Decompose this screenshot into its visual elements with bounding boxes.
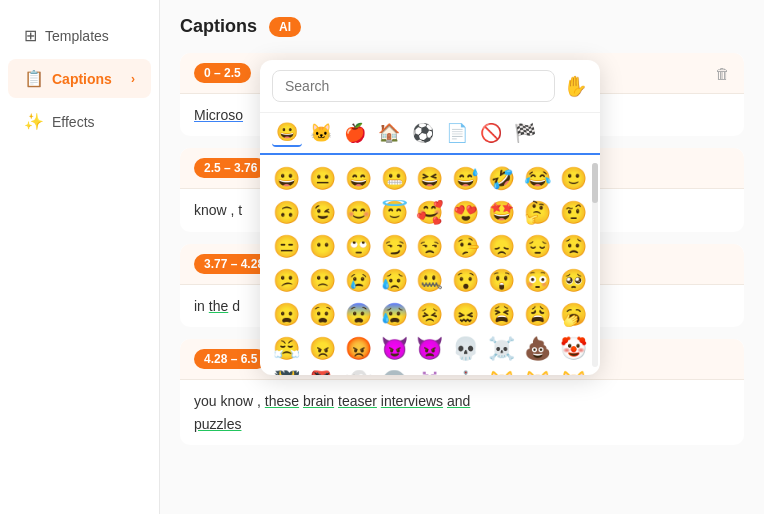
emoji-item[interactable]: 😞 [485,231,519,263]
emoji-item[interactable]: 😸 [520,367,554,375]
emoji-item[interactable]: 😔 [520,231,554,263]
emoji-item[interactable]: 🤖 [449,367,483,375]
emoji-item[interactable]: 🤔 [520,197,554,229]
captions-icon: 📋 [24,69,44,88]
emoji-cat-animals[interactable]: 🐱 [306,120,336,146]
emoji-item[interactable]: 😦 [270,299,304,331]
emoji-item[interactable]: 😅 [449,163,483,195]
caption-word-the: the [209,298,228,314]
emoji-item[interactable]: 🥱 [556,299,590,331]
sidebar-item-label: Templates [45,28,109,44]
emoji-item[interactable]: 🤐 [413,265,447,297]
emoji-item[interactable]: 😳 [520,265,554,297]
emoji-item[interactable]: 😯 [449,265,483,297]
emoji-item[interactable]: 😹 [556,367,590,375]
emoji-item[interactable]: 😧 [306,299,340,331]
caption-word: know , t [194,202,242,218]
emoji-item[interactable]: 😑 [270,231,304,263]
emoji-item[interactable]: 🤨 [556,197,590,229]
emoji-item[interactable]: 😢 [342,265,376,297]
emoji-item[interactable]: 🙃 [270,197,304,229]
hand-stop-icon[interactable]: ✋ [563,74,588,98]
emoji-item[interactable]: 🤩 [485,197,519,229]
delete-icon-1[interactable]: 🗑 [715,65,730,82]
emoji-item[interactable]: 😬 [377,163,411,195]
emoji-item[interactable]: 😤 [270,333,304,365]
emoji-item[interactable]: 😠 [306,333,340,365]
emoji-cat-symbols[interactable]: 🚫 [476,120,506,146]
sidebar-item-effects[interactable]: ✨ Effects [8,102,151,141]
emoji-item[interactable]: 😫 [485,299,519,331]
emoji-cat-food[interactable]: 🍎 [340,120,370,146]
emoji-item[interactable]: 😀 [270,163,304,195]
time-badge-1: 0 – 2.5 [194,63,251,83]
sidebar-item-label: Captions [52,71,112,87]
emoji-item[interactable]: 💀 [449,333,483,365]
sidebar-item-label: Effects [52,114,95,130]
emoji-item[interactable]: 😂 [520,163,554,195]
emoji-item[interactable]: 😥 [377,265,411,297]
emoji-item[interactable]: 😣 [413,299,447,331]
emoji-item[interactable]: 😶 [306,231,340,263]
emoji-item[interactable]: 🤡 [556,333,590,365]
templates-icon: ⊞ [24,26,37,45]
emoji-item[interactable]: 👽 [377,367,411,375]
emoji-item[interactable]: 😲 [485,265,519,297]
chevron-right-icon: › [131,72,135,86]
emoji-grid-wrapper: 😀😐😄😬😆😅🤣😂🙂🙃😉😊😇🥰😍🤩🤔🤨😑😶🙄😏😒🤥😞😔😟😕🙁😢😥🤐😯😲😳🥺😦😧😨😰… [260,155,600,375]
caption-word: d [228,298,240,314]
page-header: Captions AI [160,0,764,45]
emoji-item[interactable]: 👿 [413,333,447,365]
scrollbar-track[interactable] [592,163,598,367]
emoji-item[interactable]: 😺 [485,367,519,375]
emoji-item[interactable]: 👻 [342,367,376,375]
emoji-item[interactable]: 😄 [342,163,376,195]
emoji-item[interactable]: 😨 [342,299,376,331]
emoji-item[interactable]: 🙄 [342,231,376,263]
emoji-item[interactable]: 😈 [377,333,411,365]
emoji-cat-faces[interactable]: 😀 [272,119,302,147]
emoji-item[interactable]: 😍 [449,197,483,229]
emoji-item[interactable]: 😆 [413,163,447,195]
emoji-cat-places[interactable]: 🏠 [374,120,404,146]
emoji-item[interactable]: 🤥 [449,231,483,263]
emoji-item[interactable]: 😏 [377,231,411,263]
time-badge-2: 2.5 – 3.76 [194,158,267,178]
emoji-item[interactable]: 😡 [342,333,376,365]
emoji-item[interactable]: 🥰 [413,197,447,229]
caption-word-interviews: interviews [381,393,443,409]
emoji-item[interactable]: 🥺 [556,265,590,297]
caption-word-puzzles: puzzles [194,416,241,432]
emoji-item[interactable]: 🙂 [556,163,590,195]
emoji-item[interactable]: 🤣 [485,163,519,195]
sidebar-item-captions[interactable]: 📋 Captions › [8,59,151,98]
emoji-cat-flags[interactable]: 🏁 [510,120,540,146]
sidebar-item-templates[interactable]: ⊞ Templates [8,16,151,55]
caption-word-and: and [447,393,470,409]
emoji-search-input[interactable] [272,70,555,102]
emoji-picker: ✋ 😀 🐱 🍎 🏠 ⚽ 📄 🚫 🏁 😀😐😄😬😆😅🤣😂🙂🙃😉😊😇🥰😍🤩🤔🤨😑😶🙄😏… [260,60,600,375]
emoji-item[interactable]: 🙁 [306,265,340,297]
emoji-item[interactable]: 👾 [413,367,447,375]
emoji-item[interactable]: ☠️ [485,333,519,365]
caption-word: Microso [194,107,243,123]
emoji-item[interactable]: 😕 [270,265,304,297]
emoji-item[interactable]: 😰 [377,299,411,331]
emoji-cat-objects[interactable]: 📄 [442,120,472,146]
emoji-item[interactable]: 😊 [342,197,376,229]
caption-word-brain: brain [303,393,334,409]
emoji-item[interactable]: 👺 [306,367,340,375]
emoji-item[interactable]: 👹 [270,367,304,375]
effects-icon: ✨ [24,112,44,131]
emoji-item[interactable]: 😟 [556,231,590,263]
scrollbar-thumb[interactable] [592,163,598,203]
emoji-item[interactable]: 😒 [413,231,447,263]
emoji-cat-activities[interactable]: ⚽ [408,120,438,146]
emoji-item[interactable]: 💩 [520,333,554,365]
emoji-item[interactable]: 😩 [520,299,554,331]
emoji-item[interactable]: 😖 [449,299,483,331]
emoji-item[interactable]: 😇 [377,197,411,229]
main-content: Captions AI 0 – 2.5 🏠 ⌫ 🗑 Microso 2.5 – … [160,0,764,514]
emoji-item[interactable]: 😉 [306,197,340,229]
emoji-item[interactable]: 😐 [306,163,340,195]
